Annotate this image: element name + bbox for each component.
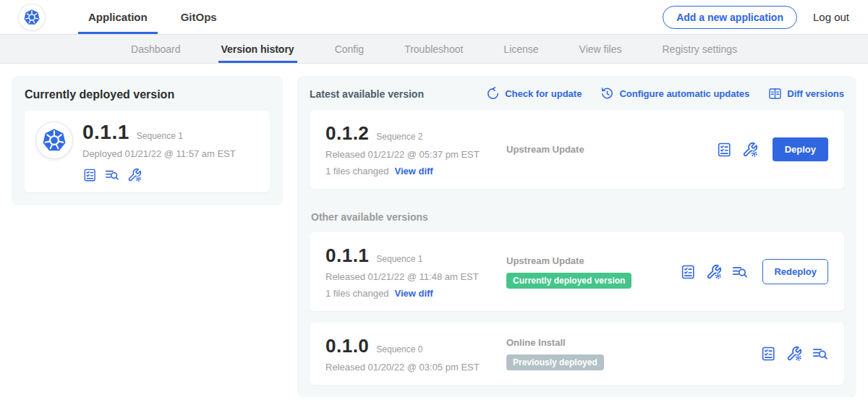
redeploy-button[interactable]: Redeploy <box>762 259 828 284</box>
schedule-update-icon <box>600 87 614 101</box>
deploy-logs-icon[interactable] <box>812 346 828 362</box>
released-timestamp: Released 01/20/22 @ 03:05 pm EST <box>326 362 506 373</box>
files-changed-label: 1 files changed <box>326 288 388 299</box>
subnav-item-license[interactable]: License <box>503 35 538 63</box>
view-diff-link[interactable]: View diff <box>394 166 433 177</box>
app-type-tabs: Application GitOps <box>84 0 221 34</box>
currently-deployed-title: Currently deployed version <box>25 88 270 101</box>
add-application-button[interactable]: Add a new application <box>663 6 797 29</box>
config-wrench-gear-icon[interactable] <box>127 168 142 182</box>
kubernetes-logo-icon <box>19 4 45 30</box>
version-number: 0.1.2 <box>326 122 369 145</box>
previously-deployed-badge: Previously deployed <box>506 354 604 370</box>
logout-link[interactable]: Log out <box>813 11 849 23</box>
deployed-version-number: 0.1.1 <box>82 121 129 144</box>
tab-gitops[interactable]: GitOps <box>176 0 221 34</box>
version-source-label: Upstream Update <box>506 144 584 155</box>
top-header: Application GitOps Add a new application… <box>0 0 868 35</box>
tab-application-label: Application <box>88 11 148 23</box>
deployed-sequence: Sequence 1 <box>137 131 183 141</box>
config-wrench-gear-icon[interactable] <box>742 142 758 158</box>
preflight-checklist-icon[interactable] <box>760 346 776 362</box>
section-subnav: Dashboard Version history Config Trouble… <box>0 35 868 64</box>
latest-version-title: Latest available version <box>310 88 424 100</box>
deployed-timestamp: Deployed 01/21/22 @ 11:57 am EST <box>82 148 236 159</box>
released-timestamp: Released 01/21/22 @ 05:37 pm EST <box>326 149 506 160</box>
subnav-item-dashboard[interactable]: Dashboard <box>131 35 181 63</box>
config-wrench-gear-icon[interactable] <box>706 264 722 280</box>
version-sequence: Sequence 2 <box>376 132 422 142</box>
check-for-update-action[interactable]: Check for update <box>486 87 582 101</box>
subnav-item-config[interactable]: Config <box>335 35 364 63</box>
refresh-icon <box>486 87 500 101</box>
other-versions-title: Other available versions <box>311 211 844 223</box>
diff-versions-label: Diff versions <box>787 88 844 99</box>
config-wrench-gear-icon[interactable] <box>786 346 802 362</box>
diff-versions-action[interactable]: Diff versions <box>768 87 844 101</box>
check-for-update-label: Check for update <box>505 88 582 99</box>
files-changed-label: 1 files changed <box>326 166 388 177</box>
configure-automatic-updates-action[interactable]: Configure automatic updates <box>600 87 749 101</box>
diff-icon <box>768 87 782 101</box>
version-source-label: Upstream Update <box>506 255 584 266</box>
configure-automatic-updates-label: Configure automatic updates <box>619 88 749 99</box>
currently-deployed-badge: Currently deployed version <box>506 273 631 289</box>
released-timestamp: Released 01/21/22 @ 11:48 am EST <box>326 271 506 282</box>
version-row-0-1-0: 0.1.0 Sequence 0 Released 01/20/22 @ 03:… <box>310 323 844 385</box>
currently-deployed-panel: Currently deployed version 0.1.1 Sequenc… <box>12 76 283 205</box>
version-sequence: Sequence 1 <box>376 254 422 264</box>
preflight-checklist-icon[interactable] <box>716 142 732 158</box>
version-row-0-1-2: 0.1.2 Sequence 2 Released 01/21/22 @ 05:… <box>310 110 844 189</box>
tab-gitops-label: GitOps <box>181 11 217 23</box>
version-source-label: Online Install <box>506 337 566 348</box>
version-sequence: Sequence 0 <box>376 344 422 354</box>
tab-application[interactable]: Application <box>84 0 152 34</box>
deploy-logs-icon[interactable] <box>732 264 748 280</box>
subnav-item-troubleshoot[interactable]: Troubleshoot <box>404 35 463 63</box>
subnav-item-registry-settings[interactable]: Registry settings <box>663 35 737 63</box>
deploy-button[interactable]: Deploy <box>773 137 828 161</box>
preflight-checklist-icon[interactable] <box>680 264 696 280</box>
app-kubernetes-icon <box>36 122 72 158</box>
version-row-0-1-1: 0.1.1 Sequence 1 Released 01/21/22 @ 11:… <box>310 232 844 311</box>
version-number: 0.1.0 <box>326 335 369 357</box>
view-diff-link[interactable]: View diff <box>394 288 433 299</box>
version-history-panel: Latest available version Check for updat… <box>297 76 856 397</box>
preflight-checklist-icon[interactable] <box>82 168 97 182</box>
main-content: Currently deployed version 0.1.1 Sequenc… <box>0 64 868 397</box>
deployed-version-card: 0.1.1 Sequence 1 Deployed 01/21/22 @ 11:… <box>25 111 270 192</box>
subnav-item-version-history[interactable]: Version history <box>221 35 294 63</box>
deploy-logs-icon[interactable] <box>105 168 119 182</box>
subnav-item-view-files[interactable]: View files <box>579 35 622 63</box>
version-number: 0.1.1 <box>326 245 369 267</box>
